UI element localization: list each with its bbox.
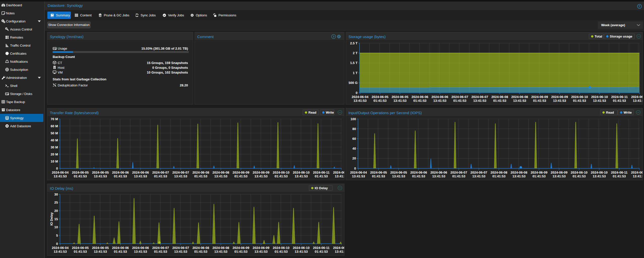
- svg-text:2024-06-11: 2024-06-11: [333, 246, 344, 250]
- svg-text:2024-06-07: 2024-06-07: [450, 171, 467, 174]
- svg-text:2024-06-11: 2024-06-11: [313, 246, 330, 250]
- svg-text:01:41:53: 01:41:53: [194, 174, 207, 178]
- svg-text:01:41:53: 01:41:53: [413, 99, 427, 103]
- svg-text:01:41:53: 01:41:53: [453, 99, 466, 103]
- svg-text:0: 0: [56, 242, 58, 246]
- svg-text:2024-06-10: 2024-06-10: [591, 171, 608, 174]
- svg-text:01:41:53: 01:41:53: [613, 99, 626, 103]
- svg-text:2024-06-08: 2024-06-08: [511, 95, 528, 99]
- svg-text:13:41:53: 13:41:53: [593, 174, 606, 178]
- svg-text:13:41:53: 13:41:53: [214, 250, 228, 253]
- svg-text:2024-06-07: 2024-06-07: [452, 95, 468, 99]
- svg-text:10 M: 10 M: [51, 159, 58, 163]
- svg-text:2024-06-11: 2024-06-11: [631, 95, 642, 99]
- svg-text:01:41:53: 01:41:53: [573, 174, 586, 178]
- svg-text:2024-06-08: 2024-06-08: [511, 171, 528, 174]
- svg-text:80: 80: [352, 127, 356, 131]
- svg-text:13:41:53: 13:41:53: [392, 174, 405, 178]
- svg-text:13:41:53: 13:41:53: [433, 99, 446, 103]
- svg-text:13:41:53: 13:41:53: [94, 250, 107, 253]
- svg-text:2024-06-07: 2024-06-07: [172, 246, 189, 250]
- svg-text:2024-06-05: 2024-06-05: [72, 171, 89, 174]
- svg-text:01:41:53: 01:41:53: [613, 174, 626, 178]
- svg-text:2024-06-10: 2024-06-10: [293, 171, 310, 174]
- svg-text:13:41:53: 13:41:53: [512, 174, 526, 178]
- svg-text:2024-06-05: 2024-06-05: [372, 95, 389, 99]
- svg-text:2 T: 2 T: [353, 51, 358, 55]
- svg-text:2024-06-08: 2024-06-08: [192, 246, 209, 250]
- svg-text:13:41:53: 13:41:53: [352, 174, 365, 178]
- svg-text:2024-06-08: 2024-06-08: [212, 171, 229, 174]
- svg-text:13:41:53: 13:41:53: [553, 174, 566, 178]
- svg-text:2024-06-05: 2024-06-05: [92, 246, 109, 250]
- svg-text:20: 20: [54, 209, 58, 213]
- svg-text:2024-06-09: 2024-06-09: [253, 246, 270, 250]
- svg-text:2024-06-11: 2024-06-11: [631, 171, 642, 174]
- svg-text:2024-06-11: 2024-06-11: [611, 95, 628, 99]
- svg-text:2024-06-09: 2024-06-09: [233, 246, 249, 250]
- svg-text:13:41:53: 13:41:53: [593, 99, 606, 103]
- svg-text:5: 5: [56, 234, 58, 237]
- svg-text:70 M: 70 M: [51, 117, 58, 121]
- svg-text:0: 0: [56, 167, 58, 170]
- svg-text:500 G: 500 G: [349, 81, 358, 85]
- svg-text:2024-06-07: 2024-06-07: [471, 95, 488, 99]
- svg-text:01:41:53: 01:41:53: [372, 174, 385, 178]
- svg-text:2024-06-09: 2024-06-09: [253, 171, 270, 174]
- svg-text:13:41:53: 13:41:53: [54, 174, 67, 178]
- svg-text:1 T: 1 T: [353, 71, 358, 75]
- svg-text:01:41:53: 01:41:53: [492, 174, 505, 178]
- svg-text:0: 0: [356, 91, 358, 95]
- svg-text:01:41:53: 01:41:53: [154, 174, 167, 178]
- svg-text:13:41:53: 13:41:53: [553, 99, 566, 103]
- svg-text:13:41:53: 13:41:53: [174, 250, 187, 253]
- svg-text:2024-06-05: 2024-06-05: [72, 246, 89, 250]
- svg-text:2024-06-08: 2024-06-08: [192, 171, 209, 174]
- svg-text:40: 40: [352, 147, 356, 150]
- svg-text:30: 30: [54, 192, 58, 196]
- svg-text:2024-06-08: 2024-06-08: [491, 171, 507, 174]
- svg-text:01:41:53: 01:41:53: [275, 174, 288, 178]
- svg-text:2024-06-06: 2024-06-06: [411, 95, 428, 99]
- svg-text:13:41:53: 13:41:53: [633, 174, 642, 178]
- svg-text:2024-06-06: 2024-06-06: [132, 246, 149, 250]
- svg-text:13:41:53: 13:41:53: [335, 250, 344, 253]
- svg-text:01:41:53: 01:41:53: [275, 250, 288, 253]
- svg-text:2024-06-09: 2024-06-09: [531, 95, 548, 99]
- svg-text:2024-06-10: 2024-06-10: [571, 95, 588, 99]
- svg-text:01:41:53: 01:41:53: [74, 174, 87, 178]
- svg-text:2024-06-07: 2024-06-07: [470, 171, 487, 174]
- svg-text:13:41:53: 13:41:53: [472, 174, 486, 178]
- svg-text:13:41:53: 13:41:53: [335, 174, 344, 178]
- svg-text:13:41:53: 13:41:53: [393, 99, 406, 103]
- svg-text:10: 10: [54, 225, 58, 229]
- svg-text:13:41:53: 13:41:53: [353, 99, 367, 103]
- svg-text:2024-06-05: 2024-06-05: [92, 171, 109, 174]
- svg-text:13:41:53: 13:41:53: [254, 174, 268, 178]
- svg-text:2024-06-10: 2024-06-10: [293, 246, 310, 250]
- svg-text:13:41:53: 13:41:53: [214, 174, 228, 178]
- svg-text:13:41:53: 13:41:53: [513, 99, 526, 103]
- svg-text:01:41:53: 01:41:53: [74, 250, 87, 253]
- svg-text:25: 25: [54, 201, 58, 204]
- svg-text:01:41:53: 01:41:53: [573, 99, 586, 103]
- svg-text:60 M: 60 M: [51, 124, 58, 128]
- svg-text:01:41:53: 01:41:53: [114, 174, 127, 178]
- svg-text:2024-06-04: 2024-06-04: [350, 171, 367, 174]
- svg-text:01:41:53: 01:41:53: [533, 99, 546, 103]
- svg-text:01:41:53: 01:41:53: [452, 174, 465, 178]
- svg-text:13:41:53: 13:41:53: [134, 250, 147, 253]
- svg-text:2024-06-08: 2024-06-08: [212, 246, 229, 250]
- svg-text:2024-06-11: 2024-06-11: [611, 171, 628, 174]
- svg-text:2024-06-06: 2024-06-06: [112, 246, 129, 250]
- svg-text:2024-06-06: 2024-06-06: [410, 171, 427, 174]
- svg-text:2024-06-06: 2024-06-06: [132, 171, 149, 174]
- svg-text:13:41:53: 13:41:53: [432, 174, 445, 178]
- svg-text:2024-06-09: 2024-06-09: [551, 95, 568, 99]
- svg-text:2024-06-10: 2024-06-10: [273, 171, 289, 174]
- svg-text:13:41:53: 13:41:53: [54, 250, 67, 253]
- svg-text:2024-06-07: 2024-06-07: [152, 246, 169, 250]
- svg-text:2024-06-04: 2024-06-04: [352, 95, 369, 99]
- svg-text:2024-06-06: 2024-06-06: [430, 171, 447, 174]
- svg-text:2024-06-09: 2024-06-09: [551, 171, 568, 174]
